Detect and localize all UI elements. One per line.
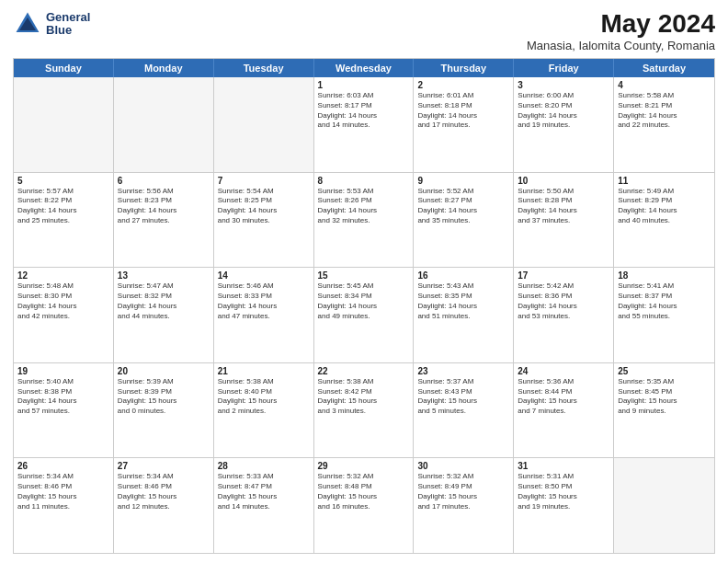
day-cell: 12Sunrise: 5:48 AM Sunset: 8:30 PM Dayli… [14, 268, 114, 362]
day-number: 23 [417, 366, 509, 376]
day-info: Sunrise: 5:58 AM Sunset: 8:21 PM Dayligh… [618, 91, 711, 131]
day-number: 4 [618, 80, 711, 90]
day-header-saturday: Saturday [614, 59, 714, 77]
title-block: May 2024 Manasia, Ialomita County, Roman… [527, 9, 715, 52]
day-number: 25 [618, 366, 711, 376]
day-info: Sunrise: 5:57 AM Sunset: 8:22 PM Dayligh… [17, 187, 109, 226]
day-cell [214, 77, 314, 172]
day-header-sunday: Sunday [14, 59, 114, 77]
day-number: 30 [417, 461, 509, 471]
day-number: 16 [417, 270, 509, 281]
day-cell: 4Sunrise: 5:58 AM Sunset: 8:21 PM Daylig… [614, 77, 714, 172]
subtitle: Manasia, Ialomita County, Romania [527, 39, 715, 52]
day-cell: 21Sunrise: 5:38 AM Sunset: 8:40 PM Dayli… [214, 363, 314, 458]
day-info: Sunrise: 5:41 AM Sunset: 8:37 PM Dayligh… [618, 282, 711, 321]
day-cell: 14Sunrise: 5:46 AM Sunset: 8:33 PM Dayli… [214, 268, 314, 362]
day-info: Sunrise: 5:36 AM Sunset: 8:44 PM Dayligh… [518, 377, 609, 417]
day-info: Sunrise: 5:53 AM Sunset: 8:26 PM Dayligh… [318, 187, 410, 226]
day-number: 11 [618, 176, 711, 186]
day-cell: 8Sunrise: 5:53 AM Sunset: 8:26 PM Daylig… [314, 173, 415, 268]
day-number: 22 [318, 366, 410, 376]
day-info: Sunrise: 5:34 AM Sunset: 8:46 PM Dayligh… [17, 472, 109, 511]
day-info: Sunrise: 5:47 AM Sunset: 8:32 PM Dayligh… [118, 282, 210, 321]
day-number: 14 [218, 270, 310, 281]
day-cell: 30Sunrise: 5:32 AM Sunset: 8:49 PM Dayli… [414, 458, 514, 553]
day-info: Sunrise: 5:34 AM Sunset: 8:46 PM Dayligh… [118, 472, 210, 511]
day-info: Sunrise: 5:37 AM Sunset: 8:43 PM Dayligh… [417, 377, 509, 417]
day-info: Sunrise: 5:42 AM Sunset: 8:36 PM Dayligh… [518, 282, 609, 321]
day-cell [614, 458, 714, 553]
day-cell: 19Sunrise: 5:40 AM Sunset: 8:38 PM Dayli… [14, 363, 114, 458]
day-number: 5 [17, 176, 109, 186]
day-number: 24 [518, 366, 609, 376]
day-info: Sunrise: 5:35 AM Sunset: 8:45 PM Dayligh… [618, 377, 711, 417]
day-info: Sunrise: 5:31 AM Sunset: 8:50 PM Dayligh… [518, 472, 609, 511]
day-number: 12 [17, 270, 109, 281]
day-cell: 3Sunrise: 6:00 AM Sunset: 8:20 PM Daylig… [514, 77, 614, 172]
day-cell: 28Sunrise: 5:33 AM Sunset: 8:47 PM Dayli… [214, 458, 314, 553]
logo-text: General Blue [46, 11, 90, 38]
day-number: 6 [118, 176, 210, 186]
week-row-5: 26Sunrise: 5:34 AM Sunset: 8:46 PM Dayli… [14, 457, 714, 553]
day-header-friday: Friday [514, 59, 614, 77]
day-info: Sunrise: 5:54 AM Sunset: 8:25 PM Dayligh… [218, 187, 310, 226]
day-info: Sunrise: 5:33 AM Sunset: 8:47 PM Dayligh… [218, 472, 310, 511]
day-number: 29 [318, 461, 410, 471]
day-cell: 15Sunrise: 5:45 AM Sunset: 8:34 PM Dayli… [314, 268, 415, 362]
day-info: Sunrise: 5:46 AM Sunset: 8:33 PM Dayligh… [218, 282, 310, 321]
day-info: Sunrise: 5:50 AM Sunset: 8:28 PM Dayligh… [518, 187, 609, 226]
day-number: 27 [118, 461, 210, 471]
day-cell: 6Sunrise: 5:56 AM Sunset: 8:23 PM Daylig… [114, 173, 214, 268]
day-number: 7 [218, 176, 310, 186]
day-cell: 24Sunrise: 5:36 AM Sunset: 8:44 PM Dayli… [514, 363, 614, 458]
day-info: Sunrise: 5:56 AM Sunset: 8:23 PM Dayligh… [118, 187, 210, 226]
day-number: 13 [118, 270, 210, 281]
day-cell: 1Sunrise: 6:03 AM Sunset: 8:17 PM Daylig… [314, 77, 415, 172]
day-number: 3 [518, 80, 609, 90]
day-header-thursday: Thursday [414, 59, 514, 77]
day-number: 2 [417, 80, 509, 90]
day-cell: 27Sunrise: 5:34 AM Sunset: 8:46 PM Dayli… [114, 458, 214, 553]
day-number: 21 [218, 366, 310, 376]
day-cell: 16Sunrise: 5:43 AM Sunset: 8:35 PM Dayli… [414, 268, 514, 362]
day-info: Sunrise: 5:52 AM Sunset: 8:27 PM Dayligh… [417, 187, 509, 226]
day-cell [114, 77, 214, 172]
day-header-monday: Monday [114, 59, 214, 77]
day-cell: 25Sunrise: 5:35 AM Sunset: 8:45 PM Dayli… [614, 363, 714, 458]
header: General Blue May 2024 Manasia, Ialomita … [13, 9, 715, 52]
day-headers: SundayMondayTuesdayWednesdayThursdayFrid… [14, 59, 714, 77]
day-info: Sunrise: 5:45 AM Sunset: 8:34 PM Dayligh… [318, 282, 410, 321]
day-cell: 11Sunrise: 5:49 AM Sunset: 8:29 PM Dayli… [614, 173, 714, 268]
day-info: Sunrise: 5:49 AM Sunset: 8:29 PM Dayligh… [618, 187, 711, 226]
day-cell: 2Sunrise: 6:01 AM Sunset: 8:18 PM Daylig… [414, 77, 514, 172]
day-cell: 20Sunrise: 5:39 AM Sunset: 8:39 PM Dayli… [114, 363, 214, 458]
calendar-body: 1Sunrise: 6:03 AM Sunset: 8:17 PM Daylig… [14, 77, 714, 553]
day-info: Sunrise: 6:03 AM Sunset: 8:17 PM Dayligh… [318, 91, 410, 131]
day-cell: 29Sunrise: 5:32 AM Sunset: 8:48 PM Dayli… [314, 458, 415, 553]
day-info: Sunrise: 6:01 AM Sunset: 8:18 PM Dayligh… [417, 91, 509, 131]
day-number: 20 [118, 366, 210, 376]
day-cell: 17Sunrise: 5:42 AM Sunset: 8:36 PM Dayli… [514, 268, 614, 362]
week-row-1: 1Sunrise: 6:03 AM Sunset: 8:17 PM Daylig… [14, 77, 714, 172]
day-cell: 31Sunrise: 5:31 AM Sunset: 8:50 PM Dayli… [514, 458, 614, 553]
day-info: Sunrise: 5:38 AM Sunset: 8:40 PM Dayligh… [218, 377, 310, 417]
day-number: 10 [518, 176, 609, 186]
day-number: 1 [318, 80, 410, 90]
day-info: Sunrise: 5:38 AM Sunset: 8:42 PM Dayligh… [318, 377, 410, 417]
day-info: Sunrise: 5:39 AM Sunset: 8:39 PM Dayligh… [118, 377, 210, 417]
day-cell: 9Sunrise: 5:52 AM Sunset: 8:27 PM Daylig… [414, 173, 514, 268]
day-info: Sunrise: 5:43 AM Sunset: 8:35 PM Dayligh… [417, 282, 509, 321]
day-cell: 18Sunrise: 5:41 AM Sunset: 8:37 PM Dayli… [614, 268, 714, 362]
main-title: May 2024 [527, 9, 715, 39]
day-header-tuesday: Tuesday [214, 59, 314, 77]
day-header-wednesday: Wednesday [314, 59, 415, 77]
day-info: Sunrise: 5:48 AM Sunset: 8:30 PM Dayligh… [17, 282, 109, 321]
day-info: Sunrise: 6:00 AM Sunset: 8:20 PM Dayligh… [518, 91, 609, 131]
day-number: 15 [318, 270, 410, 281]
day-cell: 22Sunrise: 5:38 AM Sunset: 8:42 PM Dayli… [314, 363, 415, 458]
day-number: 18 [618, 270, 711, 281]
calendar: SundayMondayTuesdayWednesdayThursdayFrid… [13, 58, 715, 554]
day-number: 19 [17, 366, 109, 376]
day-cell [14, 77, 114, 172]
day-cell: 7Sunrise: 5:54 AM Sunset: 8:25 PM Daylig… [214, 173, 314, 268]
